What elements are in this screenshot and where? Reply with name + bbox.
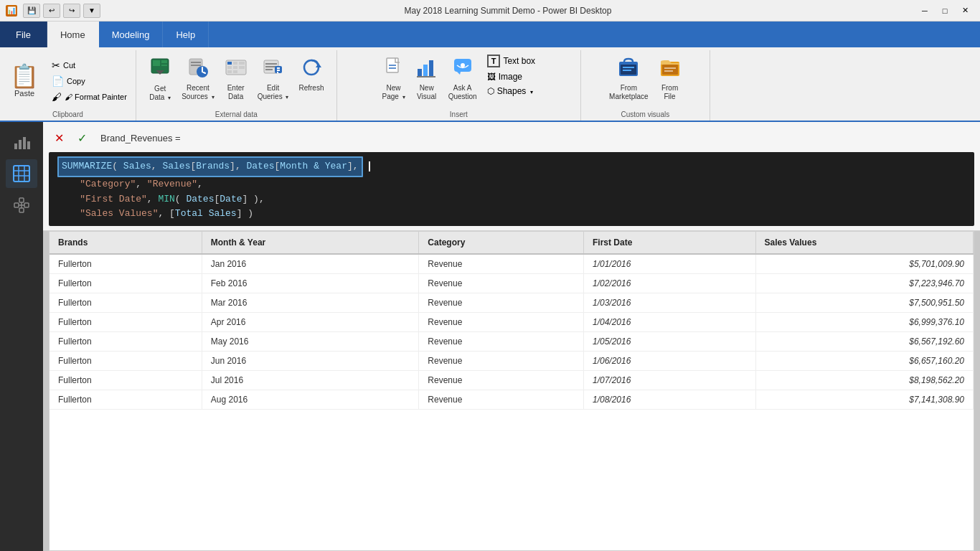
image-icon: 🖼	[487, 72, 496, 82]
table-row[interactable]: FullertonJan 2016Revenue1/01/2016$5,701,…	[50, 254, 974, 274]
cut-label: Cut	[63, 61, 75, 70]
paste-button[interactable]: 📋 Paste	[4, 62, 44, 100]
maximize-btn[interactable]: □	[936, 4, 954, 18]
code-line-4: "Sales Values", [Total Sales] )	[57, 207, 966, 222]
from-file-button[interactable]: FromFile	[654, 53, 686, 104]
minimize-btn[interactable]: ─	[915, 4, 934, 18]
cancel-formula-button[interactable]: ✕	[49, 128, 69, 148]
code-line-1: SUMMARIZE( Sales, Sales[Brands], Dates[M…	[57, 156, 966, 177]
refresh-button[interactable]: Refresh	[294, 53, 328, 95]
recent-sources-button[interactable]: RecentSources ▾	[177, 53, 218, 104]
enter-data-button[interactable]: EnterData	[220, 53, 252, 104]
sidebar-icon-model[interactable]	[6, 191, 37, 220]
from-file-label: FromFile	[661, 84, 678, 101]
get-data-label: GetData ▾	[149, 85, 171, 102]
table-row[interactable]: FullertonMar 2016Revenue1/03/2016$7,500,…	[50, 293, 974, 313]
title-bar: 📊 💾 ↩ ↪ ▼ May 2018 Learning Summit Demo …	[0, 0, 980, 22]
from-marketplace-icon	[617, 56, 640, 82]
table-row[interactable]: FullertonMay 2016Revenue1/05/2016$6,567,…	[50, 332, 974, 352]
text-box-button[interactable]: T Text box	[483, 53, 540, 69]
shapes-icon: ⬡	[487, 86, 494, 96]
new-visual-button[interactable]: NewVisual	[411, 53, 443, 104]
code-line-2: "Category", "Revenue",	[57, 177, 966, 192]
format-painter-label: 🖌 Format Painter	[65, 93, 127, 101]
data-table: Brands Month & Year Category First Date …	[50, 232, 974, 410]
menu-home[interactable]: Home	[47, 22, 99, 47]
recent-sources-icon	[187, 56, 209, 82]
format-painter-button[interactable]: 🖌 🖌 Format Painter	[47, 90, 131, 104]
svg-rect-47	[19, 140, 22, 149]
col-brands[interactable]: Brands	[50, 232, 202, 254]
content-area: ✕ ✓ Brand_Revenues = SUMMARIZE( Sales, S…	[43, 122, 980, 551]
col-first-date[interactable]: First Date	[583, 232, 755, 254]
table-row[interactable]: FullertonFeb 2016Revenue1/02/2016$7,223,…	[50, 274, 974, 293]
paste-label: Paste	[14, 89, 34, 98]
svg-rect-19	[265, 63, 277, 65]
close-btn[interactable]: ✕	[956, 4, 974, 18]
redo-btn[interactable]: ↪	[63, 4, 80, 18]
from-marketplace-button[interactable]: FromMarketplace	[605, 53, 652, 104]
copy-button[interactable]: 📄 Copy	[47, 74, 131, 88]
left-sidebar	[0, 122, 43, 551]
clipboard-group-label: Clipboard	[4, 108, 131, 121]
edit-queries-button[interactable]: EditQueries ▾	[253, 53, 293, 104]
svg-point-36	[461, 63, 465, 67]
col-month-year[interactable]: Month & Year	[202, 232, 419, 254]
clipboard-small-buttons: ✂ Cut 📄 Copy 🖌 🖌 Format Painter	[47, 58, 131, 104]
svg-rect-57	[19, 198, 24, 202]
shapes-label: Shapes ▾	[497, 86, 533, 96]
enter-data-icon	[225, 56, 248, 82]
sidebar-icon-table[interactable]	[6, 159, 37, 188]
col-category[interactable]: Category	[419, 232, 584, 254]
col-sales-values[interactable]: Sales Values	[755, 232, 973, 254]
get-data-icon	[149, 56, 171, 83]
svg-rect-13	[227, 66, 232, 69]
from-file-icon	[659, 56, 682, 82]
custom-visuals-group: FromMarketplace FromFile Custom visuals	[581, 50, 710, 121]
quick-access-toolbar: 💾 ↩ ↪ ▼	[23, 4, 100, 18]
external-data-group: GetData ▾ RecentSources ▾ EnterData Edit…	[136, 50, 337, 121]
save-btn[interactable]: 💾	[23, 4, 40, 18]
confirm-formula-button[interactable]: ✓	[72, 128, 92, 148]
get-data-button[interactable]: GetData ▾	[144, 53, 176, 105]
svg-rect-15	[239, 66, 245, 69]
svg-rect-41	[623, 70, 631, 71]
ask-question-icon	[451, 56, 474, 82]
svg-rect-12	[239, 62, 245, 65]
svg-rect-49	[27, 141, 30, 149]
svg-rect-58	[19, 208, 24, 212]
svg-rect-40	[623, 67, 634, 68]
cursor	[369, 161, 370, 171]
new-visual-label: NewVisual	[417, 84, 436, 101]
cut-button[interactable]: ✂ Cut	[47, 58, 131, 72]
new-page-button[interactable]: NewPage ▾	[378, 53, 410, 104]
custom-visuals-label: Custom visuals	[621, 108, 669, 121]
svg-rect-31	[418, 69, 422, 76]
image-button[interactable]: 🖼 Image	[483, 70, 540, 83]
code-line-3: "First Date", MIN( Dates[Date] ),	[57, 192, 966, 207]
app-icon: 📊	[6, 5, 17, 17]
menu-modeling[interactable]: Modeling	[99, 22, 164, 47]
svg-rect-16	[227, 70, 232, 73]
customize-btn[interactable]: ▼	[83, 4, 100, 18]
from-marketplace-label: FromMarketplace	[609, 84, 648, 101]
svg-rect-50	[14, 166, 29, 182]
svg-rect-7	[191, 65, 201, 66]
copy-icon: 📄	[52, 75, 64, 87]
formula-code-block[interactable]: SUMMARIZE( Sales, Sales[Brands], Dates[M…	[49, 152, 974, 226]
table-row[interactable]: FullertonAug 2016Revenue1/08/2016$7,141,…	[50, 390, 974, 410]
code-summarize: SUMMARIZE	[62, 161, 112, 171]
refresh-label: Refresh	[298, 84, 324, 93]
menu-help[interactable]: Help	[163, 22, 209, 47]
menu-file[interactable]: File	[0, 22, 47, 47]
ask-question-button[interactable]: Ask AQuestion	[444, 53, 481, 104]
table-row[interactable]: FullertonApr 2016Revenue1/04/2016$6,999,…	[50, 313, 974, 332]
table-row[interactable]: FullertonJul 2016Revenue1/07/2016$8,198,…	[50, 371, 974, 390]
svg-rect-45	[664, 70, 673, 72]
undo-btn[interactable]: ↩	[43, 4, 60, 18]
sidebar-icon-chart[interactable]	[6, 128, 37, 156]
svg-rect-6	[191, 62, 201, 63]
table-row[interactable]: FullertonJun 2016Revenue1/06/2016$6,657,…	[50, 352, 974, 371]
shapes-button[interactable]: ⬡ Shapes ▾	[483, 85, 540, 98]
copy-label: Copy	[67, 77, 85, 85]
